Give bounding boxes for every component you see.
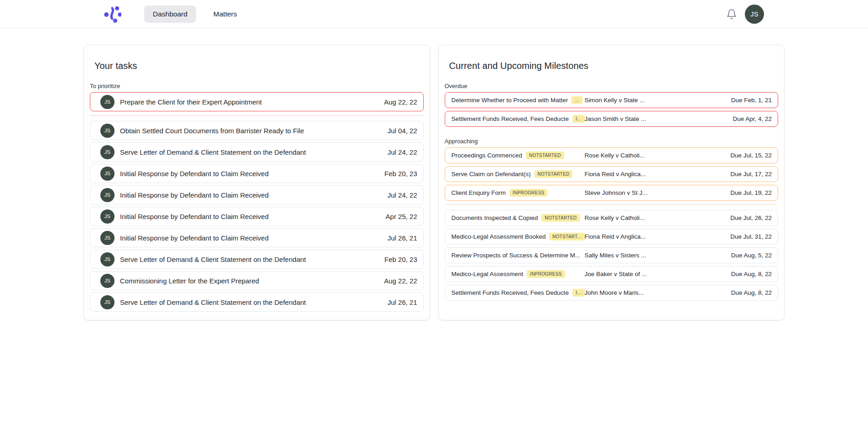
milestone-name-group: Medico-Legal Assessment Booked NOTSTART.… [452, 233, 585, 240]
main-content: Your tasks To prioritize JS Prepare the … [0, 28, 868, 320]
notifications-button[interactable] [726, 9, 737, 20]
overdue-milestone-list: Determine Whether to Proceed with Matter… [445, 92, 779, 127]
assignee-avatar: JS [100, 274, 114, 288]
status-badge: I... [572, 115, 584, 123]
approaching-label: Approaching [445, 138, 779, 145]
task-title: Commissioning Letter for the Expert Prep… [120, 277, 259, 285]
nav-tabs: Dashboard Matters [144, 5, 248, 23]
task-row[interactable]: JS Commissioning Letter for the Expert P… [90, 271, 424, 290]
milestone-name-group: Proceedings Commenced NOTSTARTED [452, 151, 585, 159]
due-date: Due Jul, 31, 22 [730, 233, 772, 240]
assignee-avatar: JS [100, 295, 114, 309]
milestone-name-group: Client Enquiry Form INPROGRESS [452, 189, 585, 197]
task-due-date: Jul 24, 22 [387, 148, 417, 156]
milestone-row[interactable]: Review Prospects of Success & Determine … [445, 247, 779, 263]
milestone-name-group: Documents Inspected & Copied NOTSTARTED [452, 214, 585, 222]
task-due-date: Jul 04, 22 [387, 127, 417, 135]
milestones-panel: Current and Upcoming Milestones Overdue … [438, 45, 785, 320]
approaching-milestone-list: Proceedings Commenced NOTSTARTED Rose Ke… [445, 147, 779, 201]
approaching-divider [445, 204, 779, 205]
milestone-row[interactable]: Settlement Funds Received, Fees Deducted… [445, 285, 779, 301]
task-title: Serve Letter of Demand & Client Statemen… [120, 148, 306, 156]
matter-name: Jason Smith v State ... [585, 115, 733, 122]
task-due-date: Feb 20, 23 [385, 256, 417, 263]
milestone-row[interactable]: Client Enquiry Form INPROGRESS Steve Joh… [445, 185, 779, 201]
status-badge: NOTSTART... [549, 233, 585, 240]
matter-name: Sally Miles v Sisters ... [585, 252, 731, 259]
to-prioritize-label: To prioritize [90, 83, 424, 90]
milestone-name: Settlement Funds Received, Fees Deducted [452, 289, 569, 296]
milestone-name-group: Settlement Funds Received, Fees Deducted… [452, 289, 585, 297]
matter-name: John Moore v Maris... [585, 289, 731, 296]
bell-icon [726, 9, 737, 20]
milestone-row[interactable]: Medico-Legal Assessment INPROGRESS Joe B… [445, 266, 779, 282]
matter-name: Rose Kelly v Catholi... [585, 214, 731, 221]
task-row[interactable]: JS Prepare the Client for their Expert A… [90, 92, 424, 111]
milestone-name: Proceedings Commenced [452, 152, 522, 159]
milestone-name: Serve Claim on Defendant(s) [452, 171, 531, 178]
task-due-date: Apr 25, 22 [385, 213, 417, 220]
milestone-row[interactable]: Determine Whether to Proceed with Matter… [445, 92, 779, 108]
user-avatar[interactable]: JS [745, 5, 764, 24]
task-row[interactable]: JS Initial Response by Defendant to Clai… [90, 185, 424, 204]
milestone-name-group: Review Prospects of Success & Determine … [452, 252, 585, 259]
due-date: Due Aug, 8, 22 [731, 271, 772, 277]
priority-divider [90, 115, 424, 116]
task-due-date: Feb 20, 23 [385, 170, 417, 178]
due-date: Due Aug, 8, 22 [731, 289, 772, 296]
task-row[interactable]: JS Serve Letter of Demand & Client State… [90, 292, 424, 312]
assignee-avatar: JS [100, 252, 114, 266]
upcoming-milestone-list: Documents Inspected & Copied NOTSTARTED … [445, 210, 779, 301]
status-badge: NOTSTARTED [541, 214, 580, 222]
milestone-name: Documents Inspected & Copied [452, 214, 538, 221]
task-row[interactable]: JS Initial Response by Defendant to Clai… [90, 207, 424, 226]
tasks-panel-title: Your tasks [94, 60, 419, 72]
app-logo[interactable] [104, 5, 121, 23]
milestone-name-group: Determine Whether to Proceed with Matter… [452, 96, 585, 104]
due-date: Due Jul, 26, 22 [730, 214, 772, 221]
task-title: Obtain Settled Court Documents from Barr… [120, 127, 304, 135]
status-badge: NOTSTARTED [535, 170, 573, 178]
milestones-panel-title: Current and Upcoming Milestones [449, 60, 774, 72]
task-title: Initial Response by Defendant to Claim R… [120, 234, 269, 242]
milestone-row[interactable]: Serve Claim on Defendant(s) NOTSTARTED F… [445, 166, 779, 182]
task-title: Initial Response by Defendant to Claim R… [120, 213, 269, 220]
status-badge: ... [572, 96, 582, 104]
top-nav: Dashboard Matters JS [0, 0, 868, 28]
due-date: Due Aug, 5, 22 [731, 252, 772, 259]
milestone-name: Medico-Legal Assessment [452, 271, 524, 277]
logo-icon [104, 5, 121, 23]
milestone-row[interactable]: Settlement Funds Received, Fees Deducted… [445, 111, 779, 127]
assignee-avatar: JS [100, 95, 114, 109]
prioritized-task-list: JS Prepare the Client for their Expert A… [90, 92, 424, 111]
matter-name: Simon Kelly v State ... [585, 97, 731, 104]
matter-name: Fiona Reid v Anglica... [585, 171, 731, 178]
status-badge: INPROGRESS [527, 270, 565, 278]
tab-dashboard[interactable]: Dashboard [144, 5, 196, 23]
task-row[interactable]: JS Serve Letter of Demand & Client State… [90, 142, 424, 162]
task-title: Serve Letter of Demand & Client Statemen… [120, 256, 306, 263]
milestone-name: Medico-Legal Assessment Booked [452, 233, 546, 240]
status-badge: NOTSTARTED [526, 151, 564, 159]
due-date: Due Jul, 19, 22 [730, 189, 772, 196]
task-due-date: Aug 22, 22 [384, 277, 417, 285]
milestone-row[interactable]: Medico-Legal Assessment Booked NOTSTART.… [445, 229, 779, 245]
task-due-date: Jul 26, 21 [387, 298, 417, 306]
assignee-avatar: JS [100, 188, 114, 202]
milestone-row[interactable]: Proceedings Commenced NOTSTARTED Rose Ke… [445, 147, 779, 163]
assignee-avatar: JS [100, 145, 114, 159]
status-badge: INPROGRESS [509, 189, 548, 197]
task-row[interactable]: JS Initial Response by Defendant to Clai… [90, 164, 424, 183]
milestone-row[interactable]: Documents Inspected & Copied NOTSTARTED … [445, 210, 779, 226]
overdue-label: Overdue [445, 83, 779, 90]
task-row[interactable]: JS Initial Response by Defendant to Clai… [90, 228, 424, 247]
milestone-name-group: Settlement Funds Received, Fees Deducted… [452, 115, 585, 123]
task-row[interactable]: JS Serve Letter of Demand & Client State… [90, 250, 424, 269]
tab-matters[interactable]: Matters [203, 5, 248, 23]
due-date: Due Jul, 15, 22 [730, 152, 772, 159]
milestone-name: Client Enquiry Form [452, 189, 506, 196]
matter-name: Fiona Reid v Anglica... [585, 233, 731, 240]
assignee-avatar: JS [100, 167, 114, 181]
task-row[interactable]: JS Obtain Settled Court Documents from B… [90, 121, 424, 140]
milestone-name-group: Medico-Legal Assessment INPROGRESS [452, 270, 585, 278]
